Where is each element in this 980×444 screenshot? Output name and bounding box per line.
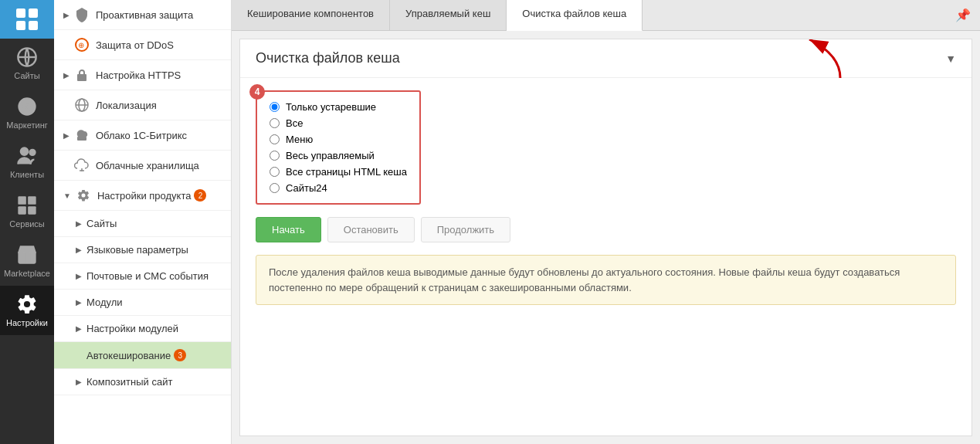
panel-body: 4 Только устаревшие Все Меню Весь управл… (240, 78, 972, 317)
start-button[interactable]: Начать (256, 217, 321, 242)
badge-3: 3 (174, 349, 186, 361)
buttons-row: Начать Остановить Продолжить (256, 217, 956, 242)
svg-rect-13 (19, 253, 36, 263)
chevron-icon: ▶ (63, 71, 70, 80)
svg-point-8 (30, 150, 36, 155)
info-box: После удаления файлов кеша выводимые дан… (256, 255, 956, 305)
nav-item-https[interactable]: ▶ Настройка HTTPS (54, 60, 231, 90)
chevron-icon: ▶ (76, 272, 82, 280)
radio-html[interactable]: Все страницы HTML кеша (270, 166, 407, 178)
svg-text:⊕: ⊕ (78, 41, 84, 49)
svg-rect-22 (77, 137, 86, 141)
svg-rect-18 (77, 74, 86, 81)
tab-component-cache[interactable]: Кеширование компонентов (232, 0, 390, 30)
badge-2: 2 (194, 189, 206, 202)
svg-rect-3 (29, 21, 38, 30)
nav-item-proactive[interactable]: ▶ Проактивная защита (54, 0, 231, 30)
radio-managed[interactable]: Весь управляемый (270, 150, 407, 161)
sidebar-item-services[interactable]: Сервисы (0, 187, 54, 236)
nav-item-sites-sub[interactable]: ▶ Сайты (54, 211, 231, 237)
sidebar-item-settings[interactable]: Настройки (0, 286, 54, 335)
content-panel: Очистка файлов кеша ▼ 4 Только устарев (239, 39, 972, 436)
radio-all[interactable]: Все (270, 117, 407, 129)
nav-item-mail-sms[interactable]: ▶ Почтовые и СМС события (54, 263, 231, 290)
chevron-icon: ▼ (63, 191, 71, 200)
chevron-icon: ▶ (76, 324, 82, 333)
nav-item-locale[interactable]: ▶ Локализация (54, 90, 231, 120)
sidebar-icons: Сайты Маркетинг Клиенты Сервисы Marketpl… (0, 0, 54, 444)
nav-item-modules[interactable]: ▶ Модули (54, 290, 231, 316)
nav-menu: ▶ Проактивная защита ▶ ⊕ Защита от DDoS … (54, 0, 232, 444)
chevron-icon: ▶ (76, 298, 82, 307)
svg-rect-10 (28, 196, 36, 205)
chevron-icon: ▶ (76, 378, 82, 386)
sidebar-item-marketing[interactable]: Маркетинг (0, 88, 54, 137)
radio-menu[interactable]: Меню (270, 134, 407, 145)
chevron-icon: ▶ (76, 219, 82, 228)
nav-item-ddos[interactable]: ▶ ⊕ Защита от DDoS (54, 30, 231, 60)
nav-item-cloudstorage[interactable]: ▶ Облачные хранилища (54, 151, 231, 181)
svg-rect-9 (18, 196, 25, 205)
pin-icon[interactable]: 📌 (946, 0, 980, 30)
nav-item-composite[interactable]: ▶ Композитный сайт (54, 369, 231, 395)
radio-sites24[interactable]: Сайты24 (270, 182, 407, 194)
svg-point-7 (21, 148, 28, 155)
panel-collapse-button[interactable]: ▼ (945, 53, 956, 65)
panel-title: Очистка файлов кеша (256, 50, 400, 66)
sidebar-item-clients[interactable]: Клиенты (0, 137, 54, 187)
svg-rect-2 (16, 21, 25, 30)
svg-rect-11 (18, 206, 25, 215)
svg-rect-1 (29, 8, 38, 18)
nav-item-module-settings[interactable]: ▶ Настройки модулей (54, 316, 231, 342)
svg-rect-0 (16, 8, 25, 18)
radio-outdated[interactable]: Только устаревшие (270, 101, 407, 113)
tab-clear-cache[interactable]: Очистка файлов кеша (507, 0, 643, 31)
badge-4: 4 (249, 84, 265, 100)
nav-item-autocache[interactable]: ▶ Автокеширование 3 (54, 342, 231, 369)
main-content: Кеширование компонентов Управляемый кеш … (232, 0, 980, 444)
chevron-icon: ▶ (63, 11, 70, 19)
chevron-icon: ▶ (76, 246, 82, 254)
tabs-bar: Кеширование компонентов Управляемый кеш … (232, 0, 980, 31)
nav-item-cloud1c[interactable]: ▶ Облако 1С-Битрикс (54, 120, 231, 151)
logo[interactable] (0, 0, 54, 39)
panel-header: Очистка файлов кеша ▼ (240, 39, 972, 78)
options-box: 4 Только устаревшие Все Меню Весь управл… (256, 90, 421, 205)
sidebar-item-marketplace[interactable]: Marketplace (0, 236, 54, 286)
sidebar-item-sites[interactable]: Сайты (0, 39, 54, 88)
tab-managed-cache[interactable]: Управляемый кеш (390, 0, 507, 30)
chevron-icon: ▶ (63, 131, 70, 140)
nav-item-product-settings[interactable]: ▼ Настройки продукта 2 (54, 181, 231, 211)
nav-item-lang[interactable]: ▶ Языковые параметры (54, 237, 231, 263)
svg-rect-12 (28, 206, 36, 215)
continue-button[interactable]: Продолжить (421, 217, 510, 242)
stop-button[interactable]: Остановить (327, 217, 415, 242)
